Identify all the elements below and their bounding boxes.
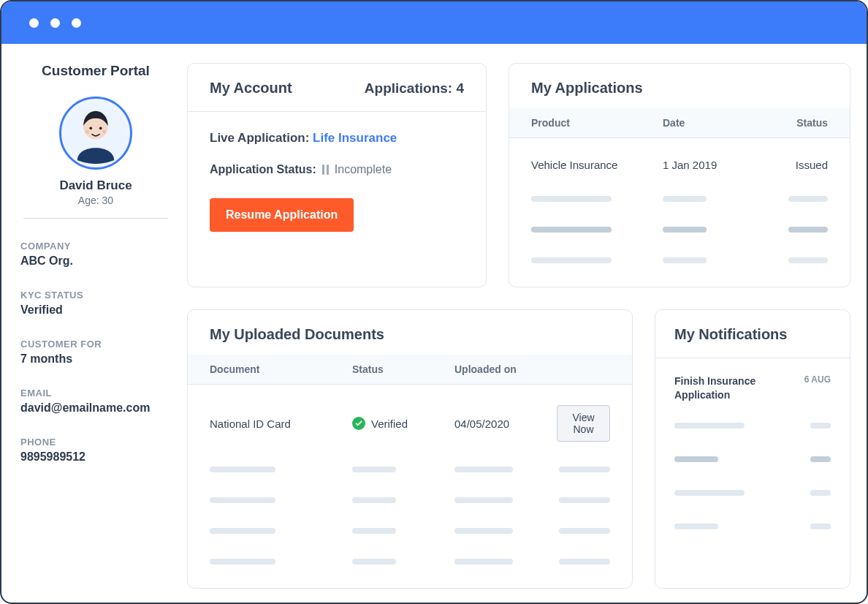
avatar-illustration — [65, 102, 126, 164]
svg-point-3 — [99, 127, 102, 129]
skeleton — [454, 528, 513, 534]
notification-date: 6 AUG — [804, 374, 831, 385]
col-header-status: Status — [352, 363, 454, 375]
window-control-dot[interactable] — [72, 18, 81, 28]
window-control-dot[interactable] — [29, 18, 39, 28]
skeleton — [559, 497, 610, 503]
info-label: PHONE — [20, 437, 171, 448]
info-phone: PHONE 9895989512 — [20, 437, 171, 464]
avatar-container — [20, 97, 171, 170]
skeleton — [810, 490, 831, 496]
info-label: COMPANY — [20, 241, 171, 252]
info-value: 9895989512 — [20, 450, 171, 464]
app-window: Customer Portal David — [0, 0, 868, 604]
skeleton-row — [674, 515, 831, 548]
application-status-label: Application Status: — [210, 163, 316, 176]
table-header: Document Status Uploaded on — [188, 355, 632, 385]
table-header: Product Date Status — [509, 108, 850, 138]
info-value: david@emailname.com — [20, 401, 171, 415]
check-circle-icon — [352, 417, 365, 430]
skeleton — [352, 528, 396, 534]
skeleton — [210, 467, 275, 472]
main-content: My Account Applications: 4 Live Applicat… — [187, 44, 867, 603]
card-my-account: My Account Applications: 4 Live Applicat… — [187, 63, 487, 287]
view-document-button[interactable]: View Now — [557, 405, 610, 442]
skeleton-row — [210, 551, 610, 582]
card-title: My Account — [210, 80, 292, 97]
skeleton — [210, 497, 275, 503]
svg-point-2 — [89, 127, 92, 129]
card-title: My Applications — [531, 80, 643, 97]
info-email: EMAIL david@emailname.com — [20, 388, 171, 415]
col-header-product: Product — [531, 117, 663, 129]
skeleton — [454, 559, 513, 565]
cell-uploaded: 04/05/2020 — [454, 418, 557, 430]
info-value: ABC Org. — [20, 254, 171, 268]
skeleton — [810, 456, 831, 462]
skeleton — [663, 257, 707, 263]
info-value: Verified — [20, 303, 171, 317]
table-row[interactable]: Vehicle Insurance 1 Jan 2019 Issued — [531, 151, 828, 189]
skeleton-row — [674, 448, 831, 481]
resume-application-button[interactable]: Resume Application — [210, 198, 354, 232]
skeleton — [559, 528, 610, 534]
skeleton — [531, 227, 612, 233]
divider — [23, 218, 168, 219]
skeleton — [210, 528, 275, 534]
notification-row[interactable]: Finish Insurance Application 6 AUG — [674, 374, 831, 414]
cell-date: 1 Jan 2019 — [663, 159, 772, 171]
skeleton — [559, 559, 610, 565]
portal-title: Customer Portal — [20, 63, 171, 79]
avatar[interactable] — [59, 97, 132, 170]
skeleton-row — [531, 219, 828, 250]
skeleton — [531, 257, 612, 263]
svg-point-5 — [102, 130, 106, 134]
skeleton — [674, 423, 745, 429]
window-control-dot[interactable] — [50, 18, 60, 28]
table-row: National ID Card Verified 04/05/2020 — [210, 398, 610, 459]
skeleton — [674, 490, 745, 496]
skeleton — [810, 524, 831, 529]
info-label: KYC STATUS — [20, 290, 171, 301]
skeleton — [663, 196, 707, 202]
skeleton — [352, 559, 396, 565]
live-application-prefix: Live Application: — [210, 131, 313, 145]
card-my-notifications: My Notifications Finish Insurance Applic… — [655, 309, 850, 589]
skeleton — [531, 196, 612, 202]
cell-status: Issued — [772, 159, 828, 171]
application-status-row: Application Status: Incomplete — [210, 163, 464, 176]
info-tenure: CUSTOMER FOR 7 months — [20, 339, 171, 366]
cell-document: National ID Card — [210, 418, 352, 430]
info-label: EMAIL — [20, 388, 171, 399]
skeleton — [454, 467, 513, 472]
pause-icon — [322, 165, 329, 175]
skeleton — [810, 423, 831, 429]
live-application-link[interactable]: Life Insurance — [313, 131, 397, 145]
live-application: Live Application: Life Insurance — [210, 131, 464, 146]
skeleton — [663, 227, 707, 233]
application-status-value: Incomplete — [335, 163, 392, 176]
info-value: 7 months — [20, 352, 171, 366]
notification-title: Finish Insurance Application — [674, 374, 796, 402]
cell-status-text: Verified — [371, 418, 408, 430]
skeleton-row — [674, 414, 831, 448]
skeleton-row — [674, 481, 831, 515]
skeleton-row — [210, 459, 610, 490]
skeleton — [788, 196, 828, 202]
cell-product: Vehicle Insurance — [531, 159, 663, 171]
skeleton — [788, 227, 828, 233]
skeleton-row — [531, 250, 828, 281]
skeleton-row — [210, 521, 610, 551]
info-label: CUSTOMER FOR — [20, 339, 171, 350]
svg-point-4 — [85, 130, 89, 134]
card-my-applications: My Applications Product Date Status Vehi… — [509, 63, 850, 287]
applications-count: Applications: 4 — [365, 80, 464, 97]
sidebar: Customer Portal David — [1, 44, 187, 603]
info-kyc: KYC STATUS Verified — [20, 290, 171, 317]
info-company: COMPANY ABC Org. — [20, 241, 171, 268]
skeleton — [352, 467, 396, 472]
col-header-status: Status — [772, 117, 828, 129]
skeleton — [352, 497, 396, 503]
card-my-documents: My Uploaded Documents Document Status Up… — [187, 309, 633, 589]
skeleton — [674, 456, 718, 462]
